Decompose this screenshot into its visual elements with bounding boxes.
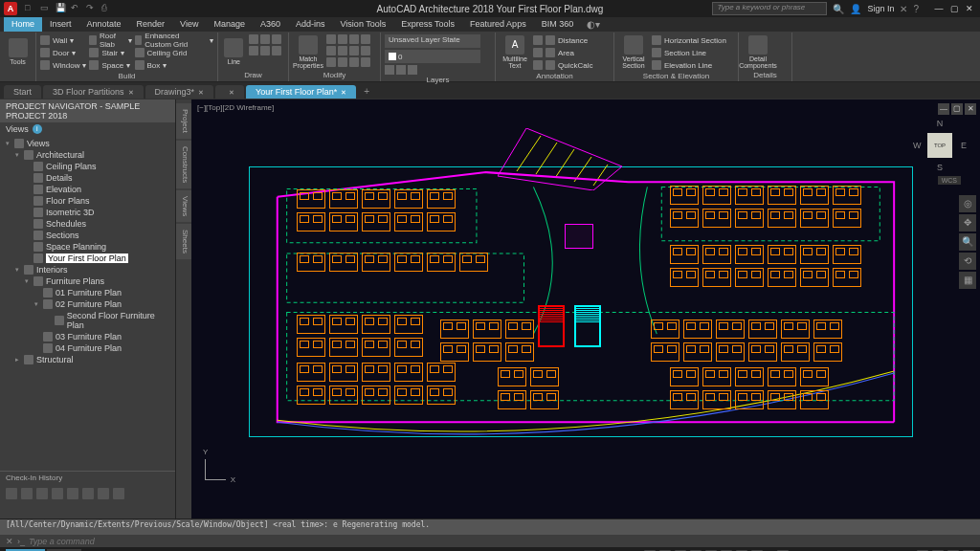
tree-item[interactable]: Your First Floor Plan	[4, 253, 171, 264]
viewcube-face[interactable]: TOP	[927, 133, 952, 158]
stair-button[interactable]: Stair ▾	[89, 47, 131, 58]
wcs-label[interactable]: WCS	[938, 176, 961, 185]
sign-in-link[interactable]: Sign In	[867, 4, 894, 13]
ribbon-options-icon[interactable]: ◐▾	[581, 17, 606, 32]
vertical-section-button[interactable]: Vertical Section	[618, 34, 649, 69]
erase-icon[interactable]	[361, 34, 370, 44]
horizontal-section-button[interactable]: Horizontal Section	[652, 34, 726, 46]
zoom-icon[interactable]: 🔍	[959, 233, 976, 251]
arc-icon[interactable]	[272, 34, 281, 44]
tree-item[interactable]: Second Floor Furniture Plan	[4, 310, 171, 331]
pan-icon[interactable]: ✥	[959, 214, 976, 231]
detail-components-button[interactable]: Detail Components	[743, 34, 773, 69]
nav-icon1[interactable]	[6, 488, 17, 499]
move-icon[interactable]	[326, 34, 336, 44]
ribbon-tab-insert[interactable]: Insert	[42, 17, 79, 32]
close-button[interactable]: ✕	[963, 2, 976, 15]
steering-wheel-icon[interactable]: ◎	[959, 195, 976, 212]
stretch-icon[interactable]	[326, 57, 336, 67]
nav-icon2[interactable]	[21, 488, 33, 499]
ribbon-tab-view[interactable]: View	[172, 17, 206, 32]
close-icon[interactable]: ✕	[198, 89, 204, 96]
elevation-line-button[interactable]: Elevation Line	[652, 59, 726, 71]
ribbon-tab-bim360[interactable]: BIM 360	[534, 17, 582, 32]
fillet-icon[interactable]	[349, 46, 359, 55]
file-tab-1[interactable]: 3D Floor Partitions✕	[43, 85, 144, 99]
circle-icon[interactable]	[260, 34, 270, 44]
nav-icon3[interactable]	[36, 488, 48, 499]
showmotion-icon[interactable]: ▦	[959, 272, 976, 289]
tree-item[interactable]: 03 Furniture Plan	[4, 331, 171, 342]
tree-item[interactable]: ▸Structural	[4, 354, 171, 365]
mtext-button[interactable]: AMultiline Text	[500, 34, 530, 69]
layer-icon1[interactable]	[385, 65, 394, 75]
qat-redo-icon[interactable]: ↷	[86, 3, 98, 14]
qat-new-icon[interactable]: □	[25, 3, 36, 14]
box-button[interactable]: Box ▾	[135, 59, 213, 71]
info-icon[interactable]: i	[33, 124, 42, 134]
user-icon[interactable]: 👤	[850, 4, 861, 14]
tree-item[interactable]: Isometric 3D	[4, 207, 171, 218]
nav-icon7[interactable]	[98, 488, 109, 499]
ribbon-tab-visiontools[interactable]: Vision Tools	[333, 17, 394, 32]
qat-save-icon[interactable]: 💾	[56, 3, 67, 14]
tree-item[interactable]: ▾Furniture Plans	[4, 276, 171, 287]
viewport[interactable]: [−][Top][2D Wireframe] — ▢ ✕ N E S W TOP…	[191, 99, 980, 518]
side-tab-project[interactable]: Project	[176, 103, 191, 139]
compass-e[interactable]: E	[961, 141, 967, 150]
window-button[interactable]: Window ▾	[40, 59, 86, 71]
viewcube[interactable]: N E S W TOP	[913, 119, 967, 172]
file-tab-2[interactable]: Drawing3*✕	[145, 85, 214, 99]
ceilinggrid-button[interactable]: Ceiling Grid	[135, 47, 213, 58]
rect-icon[interactable]	[249, 46, 258, 55]
side-tab-constructs[interactable]: Constructs	[176, 141, 191, 188]
quickcalc-button[interactable]: QuickCalc	[546, 59, 592, 71]
match-properties-button[interactable]: Match Properties	[293, 34, 323, 69]
tree-item[interactable]: Floor Plans	[4, 195, 171, 207]
qat-undo-icon[interactable]: ↶	[71, 3, 82, 14]
help-icon[interactable]: ?	[913, 4, 919, 14]
array-icon[interactable]	[349, 57, 359, 67]
new-tab-icon[interactable]: +	[358, 84, 375, 99]
ribbon-tab-featuredapps[interactable]: Featured Apps	[462, 17, 534, 32]
door-button[interactable]: Door ▾	[40, 47, 86, 58]
side-tab-sheets[interactable]: Sheets	[176, 224, 191, 259]
space-button[interactable]: Space ▾	[89, 59, 131, 71]
layer-icon2[interactable]	[396, 65, 406, 75]
ribbon-tab-annotate[interactable]: Annotate	[79, 17, 129, 32]
compass-n[interactable]: N	[937, 119, 944, 128]
tree-item[interactable]: Details	[4, 172, 171, 184]
side-tab-views[interactable]: Views	[176, 190, 191, 222]
close-icon[interactable]: ✕	[341, 89, 346, 96]
compass-w[interactable]: W	[913, 141, 922, 150]
section-line-button[interactable]: Section Line	[652, 47, 726, 58]
nav-icon4[interactable]	[52, 488, 63, 499]
ribbon-tab-home[interactable]: Home	[4, 17, 42, 32]
help-search-input[interactable]: Type a keyword or phrase	[712, 2, 827, 15]
ribbon-tab-manage[interactable]: Manage	[206, 17, 253, 32]
close-icon[interactable]: ✕	[229, 89, 234, 96]
exchange-icon[interactable]: ✕	[900, 4, 907, 14]
tree-item[interactable]: Ceiling Plans	[4, 161, 171, 172]
qat-open-icon[interactable]: ▭	[40, 3, 52, 14]
qat-print-icon[interactable]: ⎙	[101, 3, 113, 14]
nav-icon8[interactable]	[113, 488, 124, 499]
search-icon[interactable]: 🔍	[833, 4, 844, 14]
layer-dropdown[interactable]: 0	[385, 50, 480, 63]
tree-item[interactable]: Elevation	[4, 184, 171, 195]
trim-icon[interactable]	[349, 34, 359, 44]
compass-s[interactable]: S	[937, 163, 943, 172]
minimize-button[interactable]: —	[932, 2, 946, 15]
file-tab-start[interactable]: Start	[4, 85, 41, 99]
tree-item[interactable]: ▾Views	[4, 138, 171, 149]
scale-icon[interactable]	[338, 57, 347, 67]
file-tab-active[interactable]: Your First Floor Plan*✕	[246, 85, 356, 99]
wall-button[interactable]: Wall ▾	[40, 34, 86, 46]
distance-button[interactable]: Distance	[546, 34, 592, 46]
dim-icon[interactable]	[533, 34, 543, 46]
tree-item[interactable]: ▾02 Furniture Plan	[4, 298, 171, 310]
customgrid-button[interactable]: Enhanced Custom Grid ▾	[135, 34, 213, 46]
polyline-icon[interactable]	[249, 34, 258, 44]
vp-minimize-icon[interactable]: —	[938, 103, 949, 115]
mirror-icon[interactable]	[338, 46, 347, 55]
